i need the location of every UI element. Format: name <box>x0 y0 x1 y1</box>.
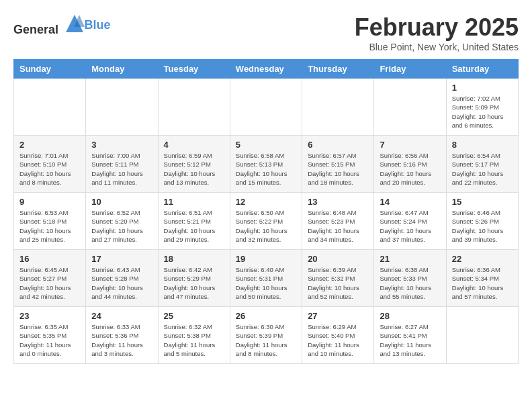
day-info: Sunrise: 6:29 AM Sunset: 5:40 PM Dayligh… <box>308 322 368 358</box>
calendar-subtitle: Blue Point, New York, United States <box>355 42 519 52</box>
week-row-1: 2Sunrise: 7:01 AM Sunset: 5:10 PM Daylig… <box>14 136 519 193</box>
day-info: Sunrise: 6:43 AM Sunset: 5:28 PM Dayligh… <box>91 265 152 301</box>
calendar-cell: 2Sunrise: 7:01 AM Sunset: 5:10 PM Daylig… <box>14 136 86 193</box>
day-info: Sunrise: 6:56 AM Sunset: 5:16 PM Dayligh… <box>380 151 440 187</box>
calendar-cell: 18Sunrise: 6:42 AM Sunset: 5:29 PM Dayli… <box>158 250 230 307</box>
day-number: 23 <box>19 311 80 321</box>
calendar-cell: 15Sunrise: 6:46 AM Sunset: 5:26 PM Dayli… <box>446 193 518 250</box>
day-number: 24 <box>91 311 152 321</box>
day-info: Sunrise: 6:47 AM Sunset: 5:24 PM Dayligh… <box>380 208 440 244</box>
logo-text-blue: Blue <box>85 18 111 32</box>
day-info: Sunrise: 6:42 AM Sunset: 5:29 PM Dayligh… <box>164 265 224 301</box>
calendar-cell: 14Sunrise: 6:47 AM Sunset: 5:24 PM Dayli… <box>374 193 446 250</box>
day-number: 15 <box>452 197 513 207</box>
day-info: Sunrise: 6:33 AM Sunset: 5:36 PM Dayligh… <box>91 322 152 358</box>
calendar-cell: 8Sunrise: 6:54 AM Sunset: 5:17 PM Daylig… <box>446 136 518 193</box>
calendar-table: SundayMondayTuesdayWednesdayThursdayFrid… <box>13 59 519 364</box>
day-info: Sunrise: 7:02 AM Sunset: 5:09 PM Dayligh… <box>452 94 513 130</box>
day-info: Sunrise: 6:53 AM Sunset: 5:18 PM Dayligh… <box>19 208 80 244</box>
calendar-cell: 10Sunrise: 6:52 AM Sunset: 5:20 PM Dayli… <box>86 193 158 250</box>
calendar-cell: 11Sunrise: 6:51 AM Sunset: 5:21 PM Dayli… <box>158 193 230 250</box>
calendar-cell: 16Sunrise: 6:45 AM Sunset: 5:27 PM Dayli… <box>14 250 86 307</box>
day-info: Sunrise: 6:45 AM Sunset: 5:27 PM Dayligh… <box>19 265 80 301</box>
day-info: Sunrise: 6:36 AM Sunset: 5:34 PM Dayligh… <box>452 265 513 301</box>
day-number: 18 <box>164 254 224 264</box>
calendar-cell: 27Sunrise: 6:29 AM Sunset: 5:40 PM Dayli… <box>302 307 374 364</box>
day-number: 21 <box>380 254 440 264</box>
weekday-header-friday: Friday <box>374 60 446 79</box>
logo: General Blue <box>13 13 111 37</box>
calendar-title: February 2025 <box>355 13 519 42</box>
day-number: 5 <box>236 140 296 150</box>
calendar-cell <box>86 79 158 136</box>
day-info: Sunrise: 6:38 AM Sunset: 5:33 PM Dayligh… <box>380 265 440 301</box>
day-number: 11 <box>164 197 224 207</box>
day-info: Sunrise: 6:32 AM Sunset: 5:38 PM Dayligh… <box>164 322 224 358</box>
calendar-cell <box>446 307 518 364</box>
day-number: 28 <box>380 311 440 321</box>
day-info: Sunrise: 6:51 AM Sunset: 5:21 PM Dayligh… <box>164 208 224 244</box>
day-number: 20 <box>308 254 368 264</box>
logo-text-general: General <box>13 23 58 36</box>
day-info: Sunrise: 7:01 AM Sunset: 5:10 PM Dayligh… <box>19 151 80 187</box>
calendar-cell: 4Sunrise: 6:59 AM Sunset: 5:12 PM Daylig… <box>158 136 230 193</box>
calendar-cell: 1Sunrise: 7:02 AM Sunset: 5:09 PM Daylig… <box>446 79 518 136</box>
calendar-cell: 25Sunrise: 6:32 AM Sunset: 5:38 PM Dayli… <box>158 307 230 364</box>
week-row-3: 16Sunrise: 6:45 AM Sunset: 5:27 PM Dayli… <box>14 250 519 307</box>
calendar-cell: 22Sunrise: 6:36 AM Sunset: 5:34 PM Dayli… <box>446 250 518 307</box>
calendar-cell: 17Sunrise: 6:43 AM Sunset: 5:28 PM Dayli… <box>86 250 158 307</box>
day-info: Sunrise: 6:48 AM Sunset: 5:23 PM Dayligh… <box>308 208 368 244</box>
calendar-cell: 20Sunrise: 6:39 AM Sunset: 5:32 PM Dayli… <box>302 250 374 307</box>
day-number: 26 <box>236 311 296 321</box>
day-number: 27 <box>308 311 368 321</box>
title-area: February 2025 Blue Point, New York, Unit… <box>355 13 519 52</box>
weekday-header-thursday: Thursday <box>302 60 374 79</box>
weekday-header-saturday: Saturday <box>446 60 518 79</box>
day-info: Sunrise: 6:50 AM Sunset: 5:22 PM Dayligh… <box>236 208 296 244</box>
day-info: Sunrise: 6:27 AM Sunset: 5:41 PM Dayligh… <box>380 322 440 358</box>
day-info: Sunrise: 6:40 AM Sunset: 5:31 PM Dayligh… <box>236 265 296 301</box>
day-number: 19 <box>236 254 296 264</box>
weekday-header-wednesday: Wednesday <box>230 60 302 79</box>
day-number: 17 <box>91 254 152 264</box>
calendar-cell: 9Sunrise: 6:53 AM Sunset: 5:18 PM Daylig… <box>14 193 86 250</box>
day-info: Sunrise: 6:57 AM Sunset: 5:15 PM Dayligh… <box>308 151 368 187</box>
week-row-4: 23Sunrise: 6:35 AM Sunset: 5:35 PM Dayli… <box>14 307 519 364</box>
day-number: 14 <box>380 197 440 207</box>
calendar-cell: 19Sunrise: 6:40 AM Sunset: 5:31 PM Dayli… <box>230 250 302 307</box>
day-number: 10 <box>91 197 152 207</box>
calendar-cell <box>302 79 374 136</box>
weekday-header-tuesday: Tuesday <box>158 60 230 79</box>
calendar-cell: 12Sunrise: 6:50 AM Sunset: 5:22 PM Dayli… <box>230 193 302 250</box>
day-info: Sunrise: 6:58 AM Sunset: 5:13 PM Dayligh… <box>236 151 296 187</box>
calendar-cell: 5Sunrise: 6:58 AM Sunset: 5:13 PM Daylig… <box>230 136 302 193</box>
day-info: Sunrise: 6:52 AM Sunset: 5:20 PM Dayligh… <box>91 208 152 244</box>
calendar-cell <box>230 79 302 136</box>
week-row-2: 9Sunrise: 6:53 AM Sunset: 5:18 PM Daylig… <box>14 193 519 250</box>
calendar-cell: 13Sunrise: 6:48 AM Sunset: 5:23 PM Dayli… <box>302 193 374 250</box>
day-info: Sunrise: 6:35 AM Sunset: 5:35 PM Dayligh… <box>19 322 80 358</box>
calendar-cell: 7Sunrise: 6:56 AM Sunset: 5:16 PM Daylig… <box>374 136 446 193</box>
day-number: 8 <box>452 140 513 150</box>
day-info: Sunrise: 6:54 AM Sunset: 5:17 PM Dayligh… <box>452 151 513 187</box>
day-number: 7 <box>380 140 440 150</box>
calendar-cell: 26Sunrise: 6:30 AM Sunset: 5:39 PM Dayli… <box>230 307 302 364</box>
calendar-cell: 24Sunrise: 6:33 AM Sunset: 5:36 PM Dayli… <box>86 307 158 364</box>
day-number: 3 <box>91 140 152 150</box>
day-number: 4 <box>164 140 224 150</box>
day-number: 22 <box>452 254 513 264</box>
page-header: General Blue February 2025 Blue Point, N… <box>13 13 519 52</box>
calendar-cell <box>374 79 446 136</box>
calendar-cell: 23Sunrise: 6:35 AM Sunset: 5:35 PM Dayli… <box>14 307 86 364</box>
day-number: 9 <box>19 197 80 207</box>
day-number: 13 <box>308 197 368 207</box>
calendar-cell <box>158 79 230 136</box>
calendar-cell: 6Sunrise: 6:57 AM Sunset: 5:15 PM Daylig… <box>302 136 374 193</box>
day-info: Sunrise: 6:30 AM Sunset: 5:39 PM Dayligh… <box>236 322 296 358</box>
logo-icon <box>64 13 85 34</box>
day-number: 16 <box>19 254 80 264</box>
week-row-0: 1Sunrise: 7:02 AM Sunset: 5:09 PM Daylig… <box>14 79 519 136</box>
day-info: Sunrise: 6:46 AM Sunset: 5:26 PM Dayligh… <box>452 208 513 244</box>
calendar-cell: 21Sunrise: 6:38 AM Sunset: 5:33 PM Dayli… <box>374 250 446 307</box>
calendar-cell: 28Sunrise: 6:27 AM Sunset: 5:41 PM Dayli… <box>374 307 446 364</box>
